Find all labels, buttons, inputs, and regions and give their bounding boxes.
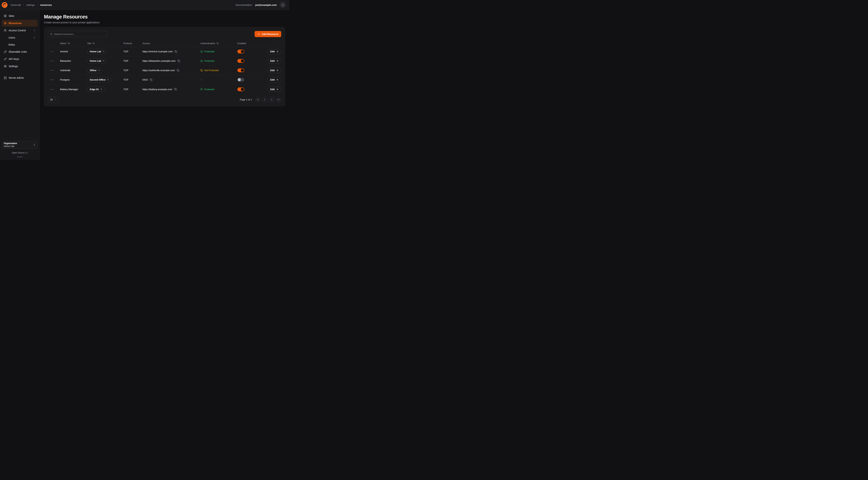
org-selector[interactable]: Organization Home Lab [2,141,38,149]
protocol-value: TCP [123,69,143,72]
gear-icon [4,65,7,68]
copy-button[interactable] [177,69,179,72]
table-row: ⋯ Authentik Office TCP https://authentik… [48,66,281,75]
sidebar-item-label: Server Admin [9,77,24,79]
table-row: ⋯ Postgres Second Office TCP 5432 - Edit [48,75,281,85]
user-email: joe@example.com [255,4,277,6]
enabled-cell [238,68,262,72]
site-link-button[interactable]: Office [87,68,102,73]
table-toolbar: Add Resource [48,31,281,37]
copy-button[interactable] [150,79,152,81]
column-label: Name [60,42,66,45]
resources-card: Add Resource Name Site Protocol Access [44,27,285,106]
sidebar-item-server-admin[interactable]: Server Admin [2,74,38,81]
table-footer: 20 Page 1 of 1 [48,97,281,102]
first-page-button[interactable] [255,97,260,102]
page-size-select[interactable]: 20 [48,97,59,102]
access-column-header: Access [143,42,200,45]
breadcrumb-home-lab[interactable]: home-lab [11,4,21,6]
toggle-knob [241,88,244,91]
org-title: Organization [4,142,17,145]
site-name: Home Lab [90,60,101,62]
plus-icon [257,33,260,35]
copy-button[interactable] [175,50,177,53]
enabled-cell [238,50,262,53]
shield-check-icon [200,60,203,62]
sidebar-item-label: Settings [9,65,18,68]
site-cell: Office [87,68,123,73]
documentation-link[interactable]: Documentation [236,4,252,6]
access-cell: https://bitwarden.example.com [143,60,200,62]
breadcrumb-settings[interactable]: settings [26,4,35,6]
actions-cell: ⋯ [48,49,57,54]
server-icon [4,77,7,79]
row-actions-button[interactable]: ⋯ [50,49,55,54]
arrow-up-right-icon [102,51,104,53]
sidebar-item-access-control[interactable]: Access Control [2,27,38,34]
name-column-header[interactable]: Name [57,42,87,45]
topbar: home-lab settings resources Documentatio… [0,0,289,10]
site-link-button[interactable]: Edge 01 [87,87,105,92]
link-icon [4,50,7,53]
edit-button[interactable]: Edit [268,77,281,83]
authentication-column-header[interactable]: Authentication [200,42,238,45]
edit-button[interactable]: Edit [268,58,281,64]
row-actions-button[interactable]: ⋯ [50,78,55,82]
app-logo-icon[interactable] [1,2,8,8]
table-row: ⋯ Battery Manager Edge 01 TCP https://ba… [48,85,281,94]
access-value: https://immich.example.com [143,50,173,53]
edit-button[interactable]: Edit [268,87,281,92]
access-cell: https://authentik.example.com [143,69,200,72]
previous-page-button[interactable] [262,97,268,102]
row-actions-button[interactable]: ⋯ [50,68,55,72]
sidebar-item-sites[interactable]: Sites [2,12,38,19]
row-actions-button[interactable]: ⋯ [50,59,55,63]
sidebar-item-shareable-links[interactable]: Shareable Links [2,48,38,55]
users-icon [4,29,7,32]
enabled-toggle[interactable] [238,87,244,91]
copy-button[interactable] [174,88,177,90]
sidebar-item-api-keys[interactable]: API Keys [2,56,38,62]
site-name: Edge 01 [90,88,99,91]
sidebar-item-label: Roles [8,43,15,46]
row-actions-button[interactable]: ⋯ [50,87,55,92]
site-cell: Edge 01 [87,87,123,92]
protocol-value: TCP [123,88,143,91]
search-icon [50,33,53,35]
table-row: ⋯ Bitwarden Home Lab TCP https://bitward… [48,56,281,66]
sidebar-item-settings[interactable]: Settings [2,63,38,70]
search-box [48,31,107,37]
open-source-link[interactable]: Open Source [2,151,38,154]
add-resource-button[interactable]: Add Resource [255,31,281,37]
enabled-toggle[interactable] [238,68,244,72]
shield-check-icon [200,88,203,90]
enabled-toggle[interactable] [238,59,244,63]
site-column-header[interactable]: Site [87,42,123,45]
sidebar-item-resources[interactable]: Resources [2,20,38,27]
org-selector-text: Organization Home Lab [4,142,17,148]
edit-button[interactable]: Edit [268,49,281,54]
edit-label: Edit [270,60,275,62]
edit-button[interactable]: Edit [268,68,281,73]
next-page-button[interactable] [269,97,274,102]
table-row: ⋯ Immich Home Lab TCP https://immich.exa… [48,47,281,56]
site-link-button[interactable]: Home Lab [87,58,107,64]
avatar[interactable]: J [280,2,286,8]
copy-button[interactable] [178,60,180,62]
edit-cell: Edit [262,49,281,54]
enabled-toggle[interactable] [238,50,244,53]
search-input[interactable] [54,33,105,35]
site-link-button[interactable]: Home Lab [87,49,107,54]
last-page-button[interactable] [276,97,281,102]
access-value: https://battery.example.com [143,88,172,91]
protocol-column-header: Protocol [123,42,143,45]
sidebar-item-users[interactable]: Users [2,34,38,41]
enabled-cell [238,87,262,91]
copy-icon [174,88,177,90]
site-name: Home Lab [90,50,101,53]
sidebar-item-roles[interactable]: Roles [2,41,38,48]
sidebar-item-label: Users [8,36,15,39]
version-label: v1.3.0 [2,156,38,158]
site-link-button[interactable]: Second Office [87,77,112,83]
enabled-toggle[interactable] [238,78,244,82]
